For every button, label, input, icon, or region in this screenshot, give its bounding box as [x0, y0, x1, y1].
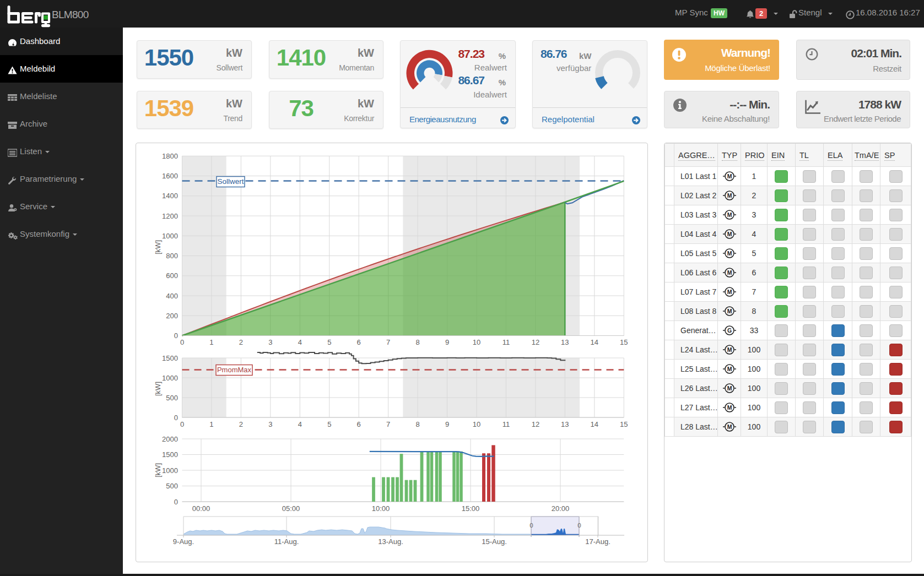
- svg-text:7: 7: [386, 420, 390, 428]
- svg-text:200: 200: [166, 312, 178, 320]
- svg-text:0: 0: [577, 522, 581, 529]
- svg-text:13-Aug.: 13-Aug.: [378, 537, 403, 546]
- svg-text:1800: 1800: [162, 152, 178, 160]
- svg-text:M: M: [727, 211, 732, 218]
- svg-text:5: 5: [327, 338, 331, 346]
- svg-text:1200: 1200: [162, 212, 178, 220]
- svg-text:M: M: [727, 346, 732, 353]
- svg-text:10: 10: [473, 338, 480, 346]
- svg-text:15: 15: [620, 338, 628, 346]
- svg-text:500: 500: [166, 394, 178, 402]
- svg-text:10: 10: [473, 420, 480, 428]
- svg-text:15-Aug.: 15-Aug.: [482, 537, 507, 546]
- svg-text:1500: 1500: [162, 450, 178, 459]
- svg-text:10:00: 10:00: [372, 504, 390, 513]
- svg-text:2000: 2000: [162, 435, 178, 443]
- svg-text:1000: 1000: [162, 374, 178, 382]
- svg-text:20:00: 20:00: [552, 504, 570, 513]
- svg-text:4: 4: [298, 420, 302, 428]
- svg-text:600: 600: [166, 271, 178, 280]
- svg-text:2: 2: [239, 338, 243, 346]
- svg-text:11-Aug.: 11-Aug.: [274, 537, 299, 546]
- svg-text:1000: 1000: [162, 466, 178, 475]
- svg-text:M: M: [727, 366, 732, 372]
- svg-text:M: M: [727, 192, 732, 199]
- svg-text:[kW]: [kW]: [154, 463, 162, 477]
- svg-text:M: M: [727, 289, 732, 295]
- svg-text:05:00: 05:00: [282, 504, 300, 513]
- svg-text:0: 0: [529, 522, 533, 529]
- svg-text:8: 8: [415, 420, 419, 428]
- svg-text:1400: 1400: [162, 192, 178, 200]
- svg-text:M: M: [727, 269, 732, 276]
- svg-text:1000: 1000: [162, 232, 178, 240]
- svg-text:0: 0: [174, 414, 178, 422]
- svg-text:M: M: [727, 250, 732, 257]
- svg-text:14: 14: [591, 338, 598, 346]
- svg-text:0: 0: [174, 332, 178, 340]
- svg-text:800: 800: [166, 252, 178, 260]
- svg-text:500: 500: [166, 482, 178, 490]
- svg-text:M: M: [727, 173, 732, 180]
- svg-text:0: 0: [180, 338, 184, 346]
- svg-text:M: M: [727, 231, 732, 237]
- svg-text:0: 0: [180, 420, 184, 428]
- svg-text:0: 0: [174, 498, 178, 506]
- svg-text:5: 5: [327, 420, 331, 428]
- svg-text:[kW]: [kW]: [154, 240, 162, 254]
- svg-text:[kW]: [kW]: [154, 382, 162, 396]
- svg-text:6: 6: [357, 338, 361, 346]
- svg-text:PmomMax: PmomMax: [217, 366, 252, 374]
- svg-text:1600: 1600: [162, 172, 178, 180]
- svg-text:1500: 1500: [162, 354, 178, 362]
- svg-text:Sollwert: Sollwert: [217, 177, 244, 186]
- svg-text:M: M: [727, 404, 732, 411]
- svg-text:13: 13: [561, 338, 569, 346]
- svg-text:11: 11: [502, 338, 510, 346]
- svg-text:00:00: 00:00: [192, 504, 210, 513]
- svg-text:M: M: [727, 423, 732, 430]
- svg-text:1: 1: [209, 420, 213, 428]
- svg-text:12: 12: [532, 338, 539, 346]
- svg-text:8: 8: [415, 338, 419, 346]
- svg-text:6: 6: [357, 420, 361, 428]
- svg-text:15: 15: [620, 420, 628, 428]
- svg-text:M: M: [727, 385, 732, 392]
- svg-text:9-Aug.: 9-Aug.: [173, 537, 194, 546]
- svg-text:7: 7: [386, 338, 390, 346]
- svg-text:400: 400: [166, 292, 178, 300]
- svg-text:4: 4: [298, 338, 302, 346]
- svg-text:2: 2: [239, 420, 243, 428]
- svg-text:9: 9: [445, 338, 449, 346]
- svg-text:15:00: 15:00: [462, 504, 480, 513]
- svg-text:17-Aug.: 17-Aug.: [585, 537, 610, 546]
- svg-text:M: M: [727, 308, 732, 314]
- svg-text:1: 1: [209, 338, 213, 346]
- svg-text:3: 3: [268, 338, 272, 346]
- svg-text:3: 3: [268, 420, 272, 428]
- svg-text:13: 13: [561, 420, 569, 428]
- svg-text:12: 12: [532, 420, 539, 428]
- svg-text:11: 11: [502, 420, 510, 428]
- svg-text:14: 14: [591, 420, 598, 428]
- svg-text:G: G: [727, 327, 731, 334]
- svg-text:9: 9: [445, 420, 449, 428]
